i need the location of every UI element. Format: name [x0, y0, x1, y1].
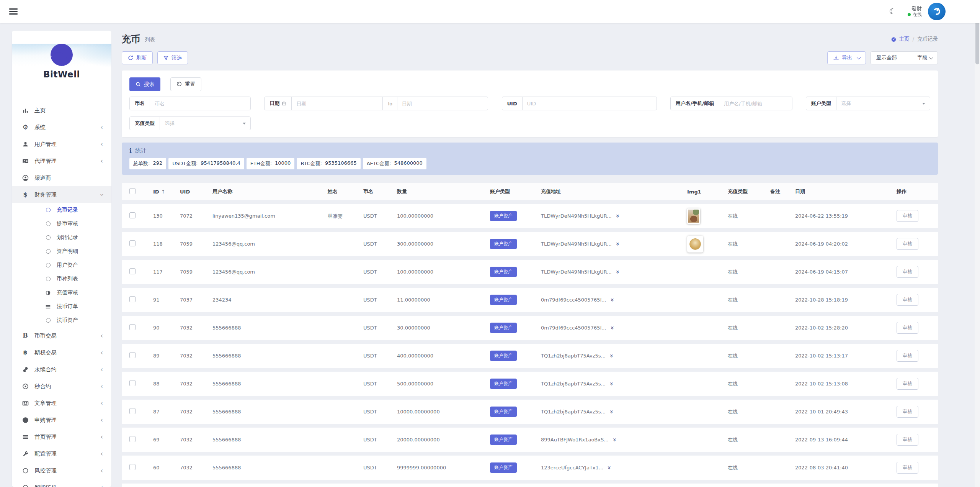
sidebar-item-perpetual[interactable]: 永续合约‹	[12, 361, 111, 378]
dark-mode-icon[interactable]: ☾	[889, 8, 896, 16]
column-header[interactable]: 备注	[770, 188, 795, 195]
filter-button[interactable]: 筛选	[157, 51, 188, 64]
sidebar-subitem-fiat-orders[interactable]: 法币订单	[12, 300, 111, 313]
date-to-input[interactable]	[397, 97, 488, 110]
sidebar-item-article[interactable]: 文章管理‹	[12, 395, 111, 412]
sidebar-item-agent-management[interactable]: 代理管理‹	[12, 152, 111, 169]
show-all-button[interactable]: 显示全部	[876, 54, 897, 61]
column-header[interactable]: 姓名	[328, 188, 363, 195]
column-header[interactable]: ID↑	[153, 189, 180, 195]
row-checkbox[interactable]	[129, 408, 136, 414]
uid-input[interactable]	[523, 97, 657, 110]
coin-name-input[interactable]	[150, 97, 250, 110]
row-checkbox[interactable]	[129, 380, 136, 386]
audit-button[interactable]: 审核	[897, 378, 918, 390]
sidebar-subitem-transfer-records[interactable]: 划转记录	[12, 231, 111, 244]
sidebar-item-homepage[interactable]: 首页管理‹	[12, 428, 111, 445]
sidebar-item-risk[interactable]: 风控管理‹	[12, 462, 111, 479]
row-checkbox[interactable]	[129, 352, 136, 358]
expand-address-icon[interactable]: «	[608, 354, 615, 358]
audit-button[interactable]: 审核	[897, 462, 918, 474]
stat-label: AETC金额:	[367, 160, 391, 167]
sidebar-item-system[interactable]: ⚙系统‹	[12, 119, 111, 136]
column-header[interactable]: 账户类型	[490, 188, 541, 195]
sidebar-subitem-asset-detail[interactable]: 资产明细	[12, 244, 111, 258]
refresh-button[interactable]: 刷新	[122, 51, 153, 64]
sidebar-subitem-coin-list[interactable]: 币种列表	[12, 272, 111, 286]
breadcrumb-home-link[interactable]: 主页	[891, 36, 909, 43]
row-checkbox[interactable]	[129, 296, 136, 302]
audit-button[interactable]: 审核	[897, 434, 918, 446]
sidebar-subitem-recharge-audit[interactable]: 充值审核	[12, 286, 111, 300]
expand-address-icon[interactable]: «	[614, 242, 621, 246]
sidebar-item-miner[interactable]: 智能矿机‹	[12, 479, 111, 487]
sidebar-item-subscription[interactable]: 申购管理‹	[12, 412, 111, 428]
select-all-checkbox[interactable]	[129, 188, 136, 194]
expand-address-icon[interactable]: «	[606, 466, 612, 470]
column-header[interactable]: 操作	[897, 188, 938, 195]
audit-button[interactable]: 审核	[897, 266, 918, 278]
export-button[interactable]: 导出	[827, 51, 866, 64]
avatar[interactable]	[928, 3, 946, 20]
audit-button[interactable]: 审核	[897, 210, 918, 222]
sidebar-subitem-withdraw-audit[interactable]: 提币审核	[12, 217, 111, 231]
column-header[interactable]: Img1	[687, 189, 728, 195]
row-checkbox[interactable]	[129, 324, 136, 330]
cell-amount: 10000.00000000	[397, 409, 490, 415]
user-info[interactable]: 發財 在线	[908, 5, 922, 18]
column-header[interactable]: UID	[180, 189, 212, 195]
column-header[interactable]: 日期	[795, 188, 897, 195]
cell-username: 555666888	[212, 381, 328, 387]
sidebar-item-spot-trading[interactable]: B币币交易‹	[12, 327, 111, 344]
cell-amount: 500.00000000	[397, 381, 490, 387]
column-header[interactable]: 充值类型	[728, 188, 770, 195]
sidebar-item-home[interactable]: 主页	[12, 102, 111, 119]
deposit-image[interactable]	[687, 208, 700, 224]
sidebar-subitem-user-assets[interactable]: 用户资产	[12, 258, 111, 272]
cell-date: 2024-06-19 04:20:02	[795, 241, 897, 247]
sidebar-item-config[interactable]: 配置管理‹	[12, 445, 111, 462]
expand-address-icon[interactable]: «	[614, 214, 621, 218]
expand-address-icon[interactable]: «	[608, 382, 615, 386]
audit-button[interactable]: 审核	[897, 322, 918, 334]
row-checkbox[interactable]	[129, 212, 136, 218]
audit-button[interactable]: 审核	[897, 350, 918, 362]
date-from-input[interactable]	[292, 97, 382, 110]
cell-action: 审核	[897, 294, 938, 306]
recharge-type-dropdown[interactable]: 选择	[160, 117, 250, 130]
username-input[interactable]	[719, 97, 792, 110]
sidebar-subitem-deposit-records[interactable]: 充币记录	[12, 203, 111, 217]
expand-address-icon[interactable]: «	[611, 438, 617, 442]
expand-address-icon[interactable]: «	[608, 410, 615, 414]
deposit-image[interactable]	[687, 236, 703, 253]
column-header[interactable]: 币名	[363, 188, 397, 195]
cell-coin: USDT	[363, 325, 397, 331]
account-type-dropdown[interactable]: 选择	[836, 97, 930, 110]
fields-dropdown[interactable]: 字段	[917, 54, 932, 61]
column-header[interactable]: 充值地址	[541, 188, 687, 195]
row-checkbox[interactable]	[129, 268, 136, 274]
sidebar-item-options-trading[interactable]: ฿期权交易‹	[12, 344, 111, 361]
sidebar-item-second-contract[interactable]: 秒合约‹	[12, 378, 111, 395]
row-checkbox[interactable]	[129, 436, 136, 442]
sidebar-item-user-management[interactable]: 用户管理‹	[12, 136, 111, 152]
sidebar-subitem-fiat-assets[interactable]: 法币资产	[12, 313, 111, 327]
audit-button[interactable]: 审核	[897, 238, 918, 250]
audit-button[interactable]: 审核	[897, 406, 918, 418]
sidebar-item-finance[interactable]: $财务管理‹	[12, 186, 111, 203]
cell-coin: USDT	[363, 465, 397, 471]
audit-button[interactable]: 审核	[897, 294, 918, 306]
menu-toggle-icon[interactable]	[9, 8, 18, 15]
expand-address-icon[interactable]: «	[608, 326, 615, 330]
expand-address-icon[interactable]: «	[608, 298, 615, 302]
expand-address-icon[interactable]: «	[614, 270, 621, 274]
column-header[interactable]: 用户名称	[212, 188, 328, 195]
column-header[interactable]: 数量	[397, 188, 490, 195]
search-button[interactable]: 搜索	[129, 77, 160, 91]
row-checkbox[interactable]	[129, 240, 136, 246]
sort-asc-icon[interactable]: ↑	[161, 189, 165, 195]
reset-button[interactable]: 重置	[170, 77, 201, 91]
row-checkbox[interactable]	[129, 464, 136, 470]
date-label: 日期	[265, 97, 292, 110]
sidebar-item-channel[interactable]: 渠道商	[12, 169, 111, 186]
